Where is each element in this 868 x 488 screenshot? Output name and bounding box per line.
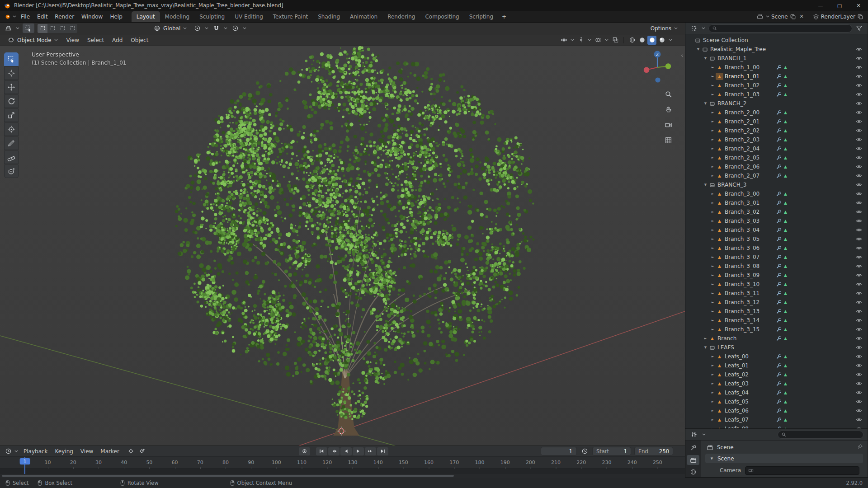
outliner-row-branch-3[interactable]: ▼BRANCH_3 — [685, 180, 868, 189]
outliner-row-branch-1-03[interactable]: ►▲Branch_1_03▲ — [685, 90, 868, 99]
expand-toggle-icon[interactable]: ▼ — [703, 346, 708, 349]
visibility-eye-icon[interactable] — [856, 200, 862, 206]
mode-dropdown[interactable]: Object Mode — [4, 35, 61, 46]
tab-compositing[interactable]: Compositing — [420, 11, 464, 22]
tab-shading[interactable]: Shading — [313, 11, 345, 22]
visibility-eye-icon[interactable] — [856, 82, 862, 89]
menu-view[interactable]: View — [77, 447, 97, 456]
current-frame-field[interactable]: 1 — [541, 447, 577, 455]
expand-toggle-icon[interactable]: ► — [710, 147, 716, 150]
visibility-eye-icon[interactable] — [856, 91, 862, 98]
jump-to-end-button[interactable] — [377, 447, 388, 455]
outliner-row-scene-collection[interactable]: Scene Collection — [685, 36, 868, 45]
expand-toggle-icon[interactable]: ► — [710, 382, 716, 385]
outliner-row-branch-3-08[interactable]: ►▲Branch_3_08▲ — [685, 262, 868, 271]
visibility-eye-icon[interactable] — [856, 118, 862, 125]
play-reverse-button[interactable] — [340, 447, 352, 455]
tool-annotate[interactable] — [4, 136, 19, 150]
outliner-row-leafs-07[interactable]: ►▲Leafs_07▲ — [685, 415, 868, 424]
properties-tab-scene[interactable] — [687, 455, 699, 465]
outliner-row-branch-2-00[interactable]: ►▲Branch_2_00▲ — [685, 108, 868, 117]
expand-toggle-icon[interactable]: ► — [710, 210, 716, 214]
expand-toggle-icon[interactable]: ► — [710, 201, 716, 205]
visibility-eye-icon[interactable] — [856, 389, 862, 396]
expand-toggle-icon[interactable]: ► — [710, 165, 716, 169]
visibility-eye-icon[interactable] — [856, 236, 862, 242]
tab-scripting[interactable]: Scripting — [464, 11, 498, 22]
transform-orientation-dropdown[interactable]: Global — [150, 23, 190, 34]
expand-toggle-icon[interactable]: ► — [710, 84, 716, 87]
expand-toggle-icon[interactable]: ► — [710, 129, 716, 132]
menu-help[interactable]: Help — [106, 12, 126, 21]
editor-type-properties-icon[interactable] — [689, 430, 698, 439]
visibility-eye-icon[interactable] — [856, 353, 862, 360]
unlink-scene-icon[interactable]: ✕ — [798, 14, 806, 19]
properties-tab-world[interactable] — [687, 467, 699, 477]
expand-toggle-icon[interactable]: ► — [710, 427, 716, 428]
insert-keyframe-icon[interactable] — [137, 447, 146, 456]
outliner-row-leafs-03[interactable]: ►▲Leafs_03▲ — [685, 379, 868, 388]
visibility-eye-icon[interactable] — [856, 109, 862, 116]
chevron-down-icon[interactable] — [243, 27, 246, 29]
expand-toggle-icon[interactable]: ► — [710, 418, 716, 422]
outliner-row-leafs-05[interactable]: ►▲Leafs_05▲ — [685, 397, 868, 406]
outliner-row-branch-2-02[interactable]: ►▲Branch_2_02▲ — [685, 126, 868, 135]
expand-toggle-icon[interactable]: ► — [710, 237, 716, 241]
visibility-eye-icon[interactable] — [856, 326, 862, 333]
timeline-scrollbar[interactable] — [0, 474, 685, 478]
zoom-icon[interactable] — [664, 89, 673, 99]
start-frame-field[interactable]: Start1 — [592, 447, 631, 455]
blender-menu-icon[interactable] — [4, 14, 12, 20]
expand-toggle-icon[interactable]: ► — [710, 264, 716, 268]
menu-select[interactable]: Select — [83, 35, 108, 45]
expand-toggle-icon[interactable]: ► — [710, 120, 716, 123]
new-view-layer-icon[interactable] — [856, 14, 864, 20]
select-mode-subtract-icon[interactable] — [57, 24, 67, 33]
expand-toggle-icon[interactable]: ► — [710, 111, 716, 114]
outliner-row-branch-3-14[interactable]: ►▲Branch_3_14▲ — [685, 316, 868, 325]
visibility-eye-icon[interactable] — [856, 254, 862, 260]
visibility-eye-icon[interactable] — [856, 155, 862, 161]
outliner-row-branch-3-00[interactable]: ►▲Branch_3_00▲ — [685, 189, 868, 198]
outliner-row-leafs-01[interactable]: ►▲Leafs_01▲ — [685, 361, 868, 370]
expand-toggle-icon[interactable]: ► — [710, 319, 716, 322]
minimize-button[interactable]: — — [811, 0, 830, 11]
chevron-down-icon[interactable] — [702, 27, 705, 29]
tool-select-box[interactable] — [4, 52, 19, 66]
expand-toggle-icon[interactable]: ► — [710, 273, 716, 277]
visibility-eye-icon[interactable] — [856, 245, 862, 251]
visibility-eye-icon[interactable] — [856, 299, 862, 305]
menu-edit[interactable]: Edit — [33, 12, 51, 21]
expand-toggle-icon[interactable]: ▼ — [703, 56, 708, 60]
expand-toggle-icon[interactable]: ► — [710, 228, 716, 232]
tab-modeling[interactable]: Modeling — [160, 11, 195, 22]
viewport-canvas[interactable] — [0, 46, 685, 446]
visibility-eye-icon[interactable] — [856, 46, 862, 52]
new-scene-icon[interactable] — [789, 14, 797, 20]
visibility-eye-icon[interactable] — [856, 317, 862, 324]
menu-marker[interactable]: Marker — [97, 447, 123, 456]
tab-rendering[interactable]: Rendering — [382, 11, 420, 22]
expand-toggle-icon[interactable]: ► — [710, 75, 716, 78]
tab-layout[interactable]: Layout — [132, 11, 160, 22]
tab-texture-paint[interactable]: Texture Paint — [268, 11, 313, 22]
select-mode-intersect-icon[interactable] — [67, 24, 77, 33]
expand-toggle-icon[interactable]: ► — [710, 246, 716, 250]
outliner-row-branch-1-01[interactable]: ►▲Branch_1_01▲ — [685, 72, 868, 81]
outliner-row-branch-3-09[interactable]: ►▲Branch_3_09▲ — [685, 271, 868, 280]
visibility-eye-icon[interactable] — [856, 272, 862, 278]
expand-toggle-icon[interactable]: ► — [710, 255, 716, 259]
expand-toggle-icon[interactable]: ► — [710, 373, 716, 376]
outliner-row-leafs-04[interactable]: ►▲Leafs_04▲ — [685, 388, 868, 397]
editor-type-outliner-icon[interactable] — [689, 24, 698, 33]
expand-toggle-icon[interactable]: ► — [710, 138, 716, 141]
visibility-eye-icon[interactable] — [856, 227, 862, 233]
object-visibility-icon[interactable] — [559, 36, 568, 45]
chevron-down-icon[interactable] — [14, 450, 18, 452]
chevron-down-icon[interactable] — [588, 39, 591, 41]
tab-animation[interactable]: Animation — [345, 11, 382, 22]
expand-toggle-icon[interactable]: ▼ — [703, 183, 708, 187]
show-gizmos-icon[interactable] — [576, 36, 585, 45]
play-button[interactable] — [353, 447, 364, 455]
visibility-eye-icon[interactable] — [856, 191, 862, 197]
